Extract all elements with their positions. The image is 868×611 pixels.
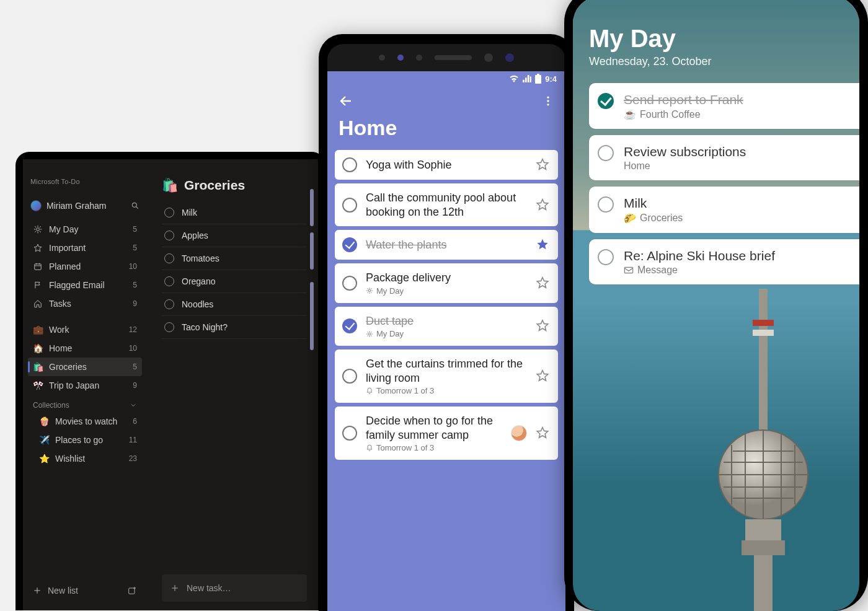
star-toggle[interactable]	[536, 157, 551, 172]
complete-toggle[interactable]	[164, 231, 174, 240]
complete-toggle[interactable]	[342, 157, 357, 172]
task-title: Decide when to go for the family summer …	[366, 414, 502, 442]
new-group-icon[interactable]	[127, 586, 137, 596]
sidebar-item-work[interactable]: 💼Work12	[28, 320, 142, 339]
complete-toggle[interactable]	[164, 276, 174, 286]
list-icon: 🎌	[33, 380, 43, 390]
complete-toggle[interactable]	[598, 196, 614, 213]
task-title: Water the plants	[366, 238, 527, 252]
task-title: Review subscriptions	[624, 144, 851, 159]
task-subtitle: Message	[624, 265, 851, 276]
sidebar-item-wishlist[interactable]: ⭐Wishlist23	[34, 449, 142, 468]
complete-toggle[interactable]	[342, 237, 357, 252]
task-card[interactable]: Send report to Frank☕Fourth Coffee	[589, 83, 859, 129]
task-card[interactable]: Duct tapeMy Day	[335, 307, 558, 346]
complete-toggle[interactable]	[598, 93, 614, 109]
task-row[interactable]: Apples	[162, 224, 307, 247]
task-row[interactable]: Taco Night?	[162, 316, 307, 339]
flag-icon	[33, 280, 43, 290]
sidebar-item-flagged-email[interactable]: Flagged Email5	[28, 276, 142, 294]
task-card[interactable]: Package deliveryMy Day	[335, 263, 558, 303]
new-task-input[interactable]: New task…	[162, 574, 307, 602]
complete-toggle[interactable]	[164, 322, 174, 332]
star-toggle[interactable]	[536, 426, 551, 441]
sidebar-item-home[interactable]: 🏠Home10	[28, 339, 142, 358]
complete-toggle[interactable]	[164, 253, 174, 263]
sidebar-item-label: Wishlist	[55, 454, 120, 464]
volume-down-button[interactable]	[310, 232, 314, 270]
task-title: Call the community pool about booking on…	[366, 191, 527, 219]
page-title: My Day	[589, 25, 843, 53]
svg-line-38	[368, 289, 368, 289]
task-row[interactable]: Milk	[162, 201, 307, 224]
list-icon: ✈️	[39, 435, 49, 445]
complete-toggle[interactable]	[342, 276, 357, 291]
collections-header[interactable]: Collections	[28, 395, 142, 412]
star-toggle[interactable]	[536, 237, 551, 252]
sidebar-item-tasks[interactable]: Tasks9	[28, 294, 142, 313]
task-card[interactable]: Milk🌮Groceries	[589, 187, 859, 232]
search-icon[interactable]	[131, 201, 140, 210]
task-title: Package delivery	[366, 271, 527, 285]
user-row[interactable]: Miriam Graham	[28, 196, 142, 220]
task-card[interactable]: Call the community pool about booking on…	[335, 183, 558, 226]
overflow-icon[interactable]	[542, 95, 554, 107]
svg-marker-30	[537, 159, 547, 170]
task-title: Apples	[182, 231, 208, 240]
task-row[interactable]: Tomatoes	[162, 247, 307, 270]
task-title: Noodles	[182, 299, 213, 309]
complete-toggle[interactable]	[164, 208, 174, 218]
avatar	[30, 200, 42, 211]
task-card[interactable]: Re: Alpine Ski House briefMessage	[589, 239, 859, 284]
sidebar-item-count: 10	[126, 262, 137, 271]
new-list-row[interactable]: New list	[28, 579, 142, 610]
list-emoji-icon: 🌮	[624, 213, 636, 224]
svg-marker-32	[537, 239, 547, 250]
svg-line-8	[40, 231, 40, 232]
star-toggle[interactable]	[536, 319, 551, 333]
task-card[interactable]: Water the plants	[335, 230, 558, 260]
complete-toggle[interactable]	[342, 319, 357, 333]
power-button[interactable]	[310, 282, 314, 350]
task-subtitle-text: Home	[624, 160, 650, 172]
task-card[interactable]: Yoga with Sophie	[335, 150, 558, 180]
app-bar	[335, 86, 558, 113]
complete-toggle[interactable]	[598, 145, 614, 161]
svg-marker-42	[537, 278, 547, 288]
star-toggle[interactable]	[536, 369, 551, 384]
sidebar-item-important[interactable]: Important5	[28, 239, 142, 257]
complete-toggle[interactable]	[164, 299, 174, 309]
sidebar-item-movies-to-watch[interactable]: 🍿Movies to watch6	[34, 412, 142, 431]
svg-point-27	[547, 97, 549, 99]
volume-up-button[interactable]	[310, 189, 314, 226]
task-card[interactable]: Decide when to go for the family summer …	[335, 407, 558, 460]
complete-toggle[interactable]	[598, 249, 614, 265]
sidebar-item-groceries[interactable]: 🛍️Groceries5	[28, 358, 142, 376]
sidebar-item-count: 6	[126, 417, 137, 426]
task-row[interactable]: Noodles	[162, 293, 307, 316]
myday-header: My Day Wednesday, 23. October	[573, 0, 859, 74]
task-subtitle: Tomorrow 1 of 3	[366, 443, 502, 452]
task-card[interactable]: Review subscriptionsHome	[589, 135, 859, 180]
task-row[interactable]: Oregano	[162, 270, 307, 293]
user-name: Miriam Graham	[46, 201, 106, 211]
sidebar-item-my-day[interactable]: My Day5	[28, 220, 142, 239]
star-toggle[interactable]	[536, 276, 551, 291]
sun-icon	[366, 330, 373, 338]
svg-point-43	[368, 333, 371, 335]
complete-toggle[interactable]	[342, 369, 357, 384]
sidebar-item-places-to-go[interactable]: ✈️Places to go11	[34, 431, 142, 449]
complete-toggle[interactable]	[342, 426, 357, 441]
task-body: Re: Alpine Ski House briefMessage	[624, 248, 851, 276]
back-icon[interactable]	[339, 94, 353, 108]
sidebar-item-planned[interactable]: Planned10	[28, 257, 142, 276]
svg-rect-24	[535, 75, 541, 84]
android-device: 9:4 Home Yoga with SophieCall the commun…	[319, 34, 574, 611]
task-card[interactable]: Get the curtains trimmed for the living …	[335, 349, 558, 403]
task-body: Call the community pool about booking on…	[366, 191, 527, 219]
task-subtitle: Tomorrow 1 of 3	[366, 386, 527, 395]
sidebar-item-trip-to-japan[interactable]: 🎌Trip to Japan9	[28, 376, 142, 395]
complete-toggle[interactable]	[342, 198, 357, 213]
star-toggle[interactable]	[536, 198, 551, 213]
task-body: Package deliveryMy Day	[366, 271, 527, 296]
